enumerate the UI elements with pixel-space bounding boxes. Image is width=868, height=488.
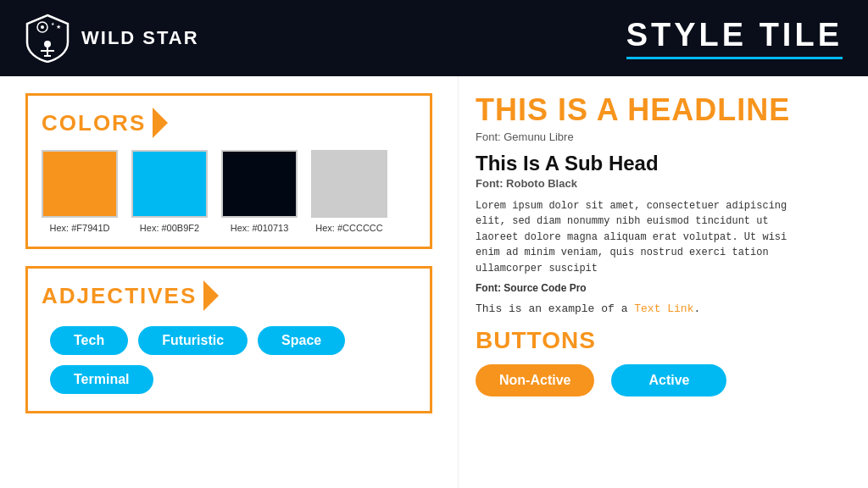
- swatch-label: Hex: #010713: [231, 223, 289, 233]
- style-tile-area: STYLE TILE: [626, 17, 843, 59]
- brand-name: WILD STAR: [81, 27, 199, 49]
- swatch-item: Hex: #F7941D: [42, 150, 118, 233]
- adjective-tag: Tech: [50, 326, 128, 355]
- text-link-example: This is an example of a Text Link.: [476, 302, 843, 315]
- swatch-box: [311, 150, 387, 218]
- buttons-row: Non-Active Active: [476, 364, 843, 396]
- svg-point-1: [41, 25, 44, 29]
- adjective-tag: Futuristic: [138, 326, 248, 355]
- adjective-tag: Terminal: [50, 365, 153, 394]
- svg-text:★: ★: [51, 21, 55, 26]
- color-swatches: Hex: #F7941DHex: #00B9F2Hex: #010713Hex:…: [42, 150, 416, 233]
- swatch-box: [131, 150, 208, 218]
- non-active-button[interactable]: Non-Active: [476, 364, 594, 396]
- swatch-box: [42, 150, 118, 218]
- body-font-label: Font: Source Code Pro: [476, 282, 843, 294]
- left-column: COLORS Hex: #F7941DHex: #00B9F2Hex: #010…: [0, 76, 458, 488]
- colors-header: COLORS: [42, 108, 416, 138]
- swatch-label: Hex: #00B9F2: [140, 223, 199, 233]
- adjective-tag: Space: [258, 326, 345, 355]
- adjectives-tags: TechFuturisticSpaceTerminal: [42, 326, 416, 394]
- logo-area: ★ ★ WILD STAR: [25, 14, 199, 63]
- adjectives-section: ADJECTIVES TechFuturisticSpaceTerminal: [25, 266, 432, 413]
- adjectives-header: ADJECTIVES: [42, 280, 416, 311]
- swatch-box: [221, 150, 298, 218]
- colors-title: COLORS: [42, 110, 153, 136]
- right-column: THIS IS A HEADLINE Font: Gemunu Libre Th…: [458, 76, 868, 488]
- swatch-item: Hex: #CCCCCC: [311, 150, 387, 233]
- main-content: COLORS Hex: #F7941DHex: #00B9F2Hex: #010…: [0, 76, 868, 488]
- colors-title-arrow: [153, 108, 168, 138]
- text-link[interactable]: Text Link: [634, 302, 693, 315]
- body-text: Lorem ipsum dolor sit amet, consectetuer…: [476, 198, 798, 277]
- subhead: This Is A Sub Head: [476, 152, 843, 175]
- swatch-item: Hex: #010713: [221, 150, 298, 233]
- colors-section: COLORS Hex: #F7941DHex: #00B9F2Hex: #010…: [25, 93, 432, 249]
- header: ★ ★ WILD STAR STYLE TILE: [0, 0, 868, 76]
- swatch-label: Hex: #CCCCCC: [315, 223, 382, 233]
- subhead-font-label: Font: Roboto Black: [476, 177, 843, 190]
- logo-icon: ★ ★: [25, 14, 70, 63]
- svg-point-4: [44, 41, 51, 47]
- buttons-title: BUTTONS: [476, 327, 843, 354]
- active-button[interactable]: Active: [611, 364, 726, 396]
- svg-text:★: ★: [56, 24, 61, 30]
- link-post: .: [693, 302, 700, 315]
- headline-font-label: Font: Gemunu Libre: [476, 130, 843, 143]
- style-tile-title: STYLE TILE: [626, 17, 843, 53]
- adjectives-title: ADJECTIVES: [42, 283, 203, 309]
- swatch-label: Hex: #F7941D: [50, 223, 110, 233]
- link-pre: This is an example of a: [476, 302, 634, 315]
- style-tile-underline: [626, 57, 843, 59]
- headline: THIS IS A HEADLINE: [476, 93, 843, 127]
- adjectives-title-arrow: [203, 280, 219, 311]
- swatch-item: Hex: #00B9F2: [131, 150, 208, 233]
